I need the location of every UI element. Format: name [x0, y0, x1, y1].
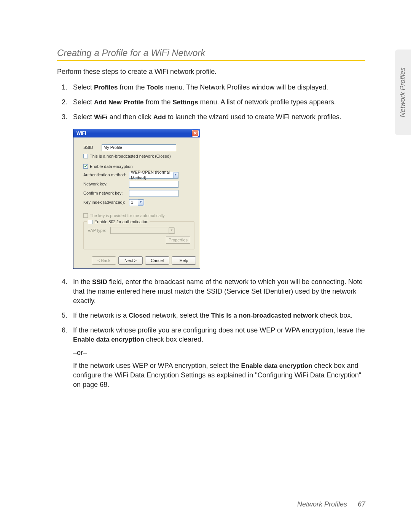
step-4: In the SSID field, enter the broadcast n… — [73, 277, 365, 305]
ssid-label: SSID — [83, 145, 102, 150]
chevron-down-icon: ▼ — [169, 227, 175, 233]
wifi-dialog-titlebar[interactable]: WiFi ✕ — [73, 129, 200, 137]
next-button[interactable]: Next > — [118, 256, 143, 265]
footer-page-number: 67 — [358, 500, 365, 508]
closed-checkbox-label: This is a non-broadcasted network (Close… — [90, 153, 171, 159]
confirm-network-key-label: Confirm network key: — [83, 190, 129, 196]
enable-encryption-checkbox[interactable]: ✔ — [83, 164, 88, 169]
auth-method-select[interactable]: WEP-OPEN (Normal Method) ▼ — [129, 172, 178, 179]
auth-method-value: WEP-OPEN (Normal Method) — [131, 169, 173, 181]
step-6: If the network whose profile you are con… — [73, 326, 365, 389]
step-1: Select Profiles from the Tools menu. The… — [73, 83, 365, 92]
network-key-label: Network key: — [83, 181, 129, 187]
enable-encryption-label: Enable data encryption — [90, 164, 133, 169]
step-5: If the network is a Closed network, sele… — [73, 311, 365, 320]
enable-8021x-checkbox[interactable] — [88, 220, 92, 224]
step-2: Select Add New Profile from the Settings… — [73, 97, 365, 107]
properties-button: Properties — [166, 236, 190, 244]
chevron-down-icon: ▼ — [173, 172, 178, 178]
wifi-dialog-body: SSID My Profile This is a non-broadcaste… — [73, 137, 200, 254]
closed-checkbox[interactable] — [83, 154, 88, 158]
chevron-down-icon: ▼ — [138, 200, 144, 206]
help-button[interactable]: Help — [172, 256, 196, 265]
dialog-button-row: < Back Next > Cancel Help — [73, 253, 200, 268]
auto-key-label: The key is provided for me automatically — [90, 213, 165, 219]
key-index-value: 1 — [131, 200, 133, 205]
footer-section: Network Profiles — [297, 500, 347, 508]
step-3: Select WiFi and then click Add to launch… — [73, 112, 365, 269]
page-heading: Creating a Profile for a WiFi Network — [57, 48, 365, 58]
eap-type-label: EAP type: — [88, 228, 110, 233]
wifi-dialog: WiFi ✕ SSID My Profile This is a non-bro… — [73, 129, 200, 269]
page-footer: Network Profiles 67 — [297, 500, 365, 508]
close-button[interactable]: ✕ — [192, 130, 199, 137]
auto-key-checkbox — [83, 213, 88, 218]
step-6-or: –or– — [73, 348, 365, 357]
close-icon: ✕ — [193, 131, 197, 136]
key-index-label: Key index (advanced): — [83, 200, 129, 205]
group-8021x: Enable 802.1x authentication EAP type: ▼… — [83, 221, 194, 249]
ssid-input[interactable]: My Profile — [102, 144, 176, 151]
confirm-network-key-input[interactable] — [129, 190, 178, 197]
heading-rule — [57, 60, 365, 61]
back-button: < Back — [92, 256, 116, 265]
enable-8021x-label: Enable 802.1x authentication — [94, 219, 148, 225]
step-6-alt: If the network uses WEP or WPA encryptio… — [73, 361, 365, 389]
auth-method-label: Authentication method: — [83, 172, 129, 178]
key-index-select[interactable]: 1 ▼ — [129, 199, 144, 206]
cancel-button[interactable]: Cancel — [145, 256, 169, 265]
network-key-input[interactable] — [129, 181, 178, 188]
intro-text: Perform these steps to create a WiFi net… — [57, 68, 365, 76]
wifi-dialog-title: WiFi — [76, 130, 86, 136]
eap-type-select: ▼ — [110, 227, 175, 234]
